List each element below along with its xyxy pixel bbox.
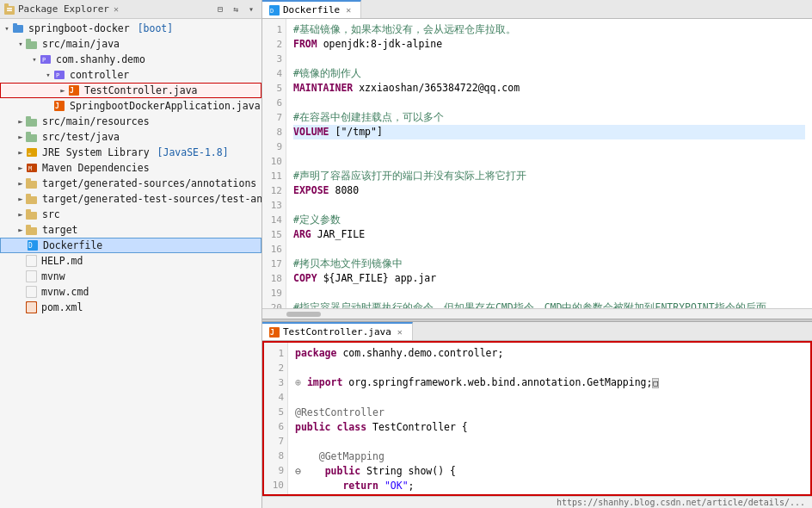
tree-arrow-help <box>15 256 26 266</box>
tree-label-src: src <box>42 208 60 220</box>
tree-arrow-mvnw <box>15 271 26 282</box>
tree-label-controller: controller <box>70 69 129 81</box>
tree-item-src-main-resources[interactable]: ► src/main/resources <box>0 114 261 129</box>
lower-editor: J TestController.java ✕ 12345 678910 111… <box>262 322 812 508</box>
svg-rect-25 <box>26 178 31 182</box>
mvnw-file-icon <box>26 270 37 282</box>
tree-arrow-src: ► <box>15 209 26 220</box>
tree-arrow-src-test-java: ► <box>15 132 26 142</box>
tree-label-root: springboot-docker <box>28 22 130 34</box>
tree-item-mvnw[interactable]: mvnw <box>0 269 261 284</box>
tree-item-mvnw-cmd[interactable]: mvnw.cmd <box>0 284 261 300</box>
upper-editor: D Dockerfile ✕ 12345 678910 1112131415 1… <box>262 0 812 319</box>
tree-item-target-gen[interactable]: ► target/generated-sources/annotations <box>0 176 261 191</box>
svg-rect-28 <box>26 212 37 220</box>
dockerfile-code-lines[interactable]: #基础镜像，如果本地没有，会从远程仓库拉取。 FROM openjdk:8-jd… <box>286 19 812 308</box>
tab-testcontroller[interactable]: J TestController.java ✕ <box>262 322 413 341</box>
panel-header: Package Explorer ✕ ⊟ ⇆ ▾ <box>0 0 261 19</box>
target-gen-folder-icon <box>26 178 38 189</box>
dockerfile-code-content: 12345 678910 1112131415 1617181920 21 #基… <box>262 19 812 308</box>
testcontroller-tabs: J TestController.java ✕ <box>262 322 812 341</box>
dockerfile-scrollbar[interactable] <box>262 308 812 319</box>
tree-label-testcontroller: TestController.java <box>84 84 198 96</box>
tree-arrow-testcontroller: ► <box>58 85 68 96</box>
pom-file-icon <box>26 301 37 313</box>
tree-item-com-shanhy[interactable]: ▾ P com.shanhy.demo <box>0 52 261 67</box>
tree-item-testcontroller[interactable]: ► J TestController.java <box>0 83 261 98</box>
tree-label-src-test-java: src/test/java <box>42 131 120 143</box>
svg-text:P: P <box>56 72 59 79</box>
svg-rect-31 <box>26 225 31 228</box>
tree-item-src-test-java[interactable]: ► src/test/java <box>0 129 261 145</box>
tree-label-mvnw-cmd: mvnw.cmd <box>41 286 89 298</box>
tree-item-src[interactable]: ► src <box>0 207 261 222</box>
tree-arrow-src-main: ▾ <box>15 39 26 49</box>
tree-label-help: HELP.md <box>41 255 83 267</box>
svg-text:P: P <box>42 57 46 64</box>
dockerfile-tab-label: Dockerfile <box>283 4 340 15</box>
dockerfile-line-numbers: 12345 678910 1112131415 1617181920 21 <box>262 19 286 308</box>
svg-rect-16 <box>26 119 37 127</box>
testcontroller-tab-icon: J <box>269 327 280 338</box>
collapse-all-button[interactable]: ⊟ <box>213 3 227 16</box>
svg-rect-26 <box>26 196 37 204</box>
testcontroller-tab-label: TestController.java <box>283 326 391 338</box>
svg-text:M: M <box>28 165 32 172</box>
tree-item-dockerfile[interactable]: D Dockerfile <box>0 238 261 253</box>
java-file-icon: J <box>68 84 80 96</box>
tree-item-springboot-app[interactable]: J SpringbootDockerApplication.java <box>0 98 261 114</box>
panel-close[interactable]: ✕ <box>114 4 119 14</box>
tree-item-controller[interactable]: ▾ P controller <box>0 67 261 83</box>
svg-text:D: D <box>28 242 33 250</box>
tree-container[interactable]: ▾ springboot-docker [boot] ▾ src/main/ja… <box>0 19 261 508</box>
testcontroller-code-lines[interactable]: package com.shanhy.demo.controller; ⊕ im… <box>288 343 810 496</box>
tree-label-pom: pom.xml <box>41 301 83 313</box>
tree-label-springboot-app: SpringbootDockerApplication.java <box>70 100 261 112</box>
package-explorer-icon <box>3 3 15 15</box>
tree-item-target-test[interactable]: ► target/generated-test-sources/test-ann… <box>0 191 261 207</box>
tree-item-target[interactable]: ► target <box>0 222 261 238</box>
tree-arrow-target: ► <box>15 225 26 235</box>
tree-label-src-main-java: src/main/java <box>42 38 120 50</box>
view-menu-button[interactable]: ▾ <box>244 3 258 16</box>
dockerfile-tab-close[interactable]: ✕ <box>343 5 354 15</box>
link-editor-button[interactable]: ⇆ <box>229 3 243 16</box>
svg-rect-7 <box>26 39 31 42</box>
src-icon <box>26 209 38 220</box>
svg-rect-39 <box>27 287 36 297</box>
project-icon <box>12 22 24 34</box>
tree-item-jre-lib[interactable]: ► ☕ JRE System Library [JavaSE-1.8] <box>0 145 261 160</box>
testcontroller-tab-close[interactable]: ✕ <box>395 327 405 338</box>
tree-arrow-pom <box>15 302 26 313</box>
tree-label-com-shanhy: com.shanhy.demo <box>56 53 145 65</box>
tree-arrow-controller: ▾ <box>43 70 53 80</box>
svg-text:☕: ☕ <box>28 149 32 157</box>
tree-item-src-main-java[interactable]: ▾ src/main/java <box>0 36 261 52</box>
tab-dockerfile[interactable]: D Dockerfile ✕ <box>262 0 361 19</box>
testcontroller-editor[interactable]: 12345 678910 11121314 package com.shanhy… <box>262 341 812 496</box>
tree-item-root[interactable]: ▾ springboot-docker [boot] <box>0 21 261 36</box>
dockerfile-editor[interactable]: 12345 678910 1112131415 1617181920 21 #基… <box>262 19 812 308</box>
svg-rect-4 <box>13 25 23 33</box>
tree-arrow-jre-lib: ► <box>15 147 26 158</box>
main-layout: Package Explorer ✕ ⊟ ⇆ ▾ ▾ springboot-do… <box>0 0 812 508</box>
tree-item-help[interactable]: HELP.md <box>0 253 261 269</box>
tree-item-maven-deps[interactable]: ► M Maven Dependencies <box>0 160 261 176</box>
svg-rect-35 <box>27 256 36 266</box>
testcontroller-code-content: 12345 678910 11121314 package com.shanhy… <box>264 343 810 496</box>
tree-label-mvnw: mvnw <box>41 270 65 282</box>
tree-arrow-src-main-resources: ► <box>15 116 26 127</box>
tree-arrow-mvnw-cmd <box>15 287 26 297</box>
dockerfile-icon: D <box>27 239 39 251</box>
mvnw-cmd-icon <box>26 286 37 298</box>
java-app-icon: J <box>53 100 65 112</box>
svg-rect-30 <box>26 227 37 235</box>
src-test-icon <box>26 132 38 142</box>
help-file-icon <box>26 255 37 267</box>
panel-header-right: ⊟ ⇆ ▾ <box>213 3 258 16</box>
target-folder-icon <box>26 225 38 235</box>
svg-rect-2 <box>7 8 12 9</box>
svg-rect-29 <box>26 209 31 213</box>
src-resources-icon <box>26 116 38 127</box>
tree-item-pom[interactable]: pom.xml <box>0 300 261 315</box>
